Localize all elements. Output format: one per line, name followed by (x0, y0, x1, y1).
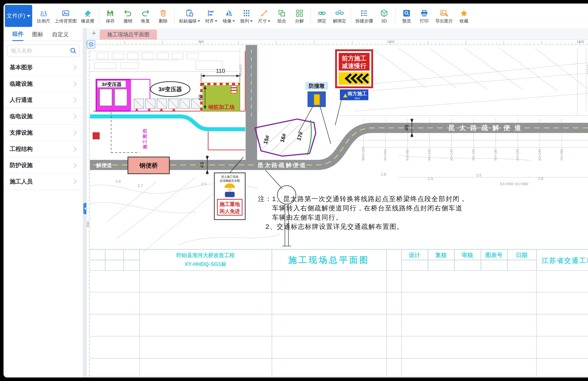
chevron-right-icon (72, 114, 77, 119)
target-icon (88, 41, 94, 48)
svg-text:K0+060: K0+060 (383, 149, 387, 161)
toolbar-print-button[interactable]: 打印 (416, 4, 433, 28)
svg-text:2.9: 2.9 (428, 176, 433, 181)
toolbar-paste-offset-button[interactable]: 粘贴偏移 (177, 4, 203, 28)
tab-custom[interactable]: 自定义 (52, 28, 69, 41)
mirror-icon (225, 9, 233, 17)
toolbar-separator (311, 8, 311, 23)
document-tabbar: + 施工现场总平面图 » (86, 28, 588, 40)
svg-text:49: 49 (404, 125, 410, 131)
steel-bridge[interactable]: 钢便桥 (128, 157, 169, 174)
svg-text:2、交通标志标牌设置详见交通疏解布置图。: 2、交通标志标牌设置详见交通疏解布置图。 (266, 223, 404, 230)
toolbar-favorite-button[interactable]: 收藏 (455, 4, 473, 28)
delete-icon (159, 9, 168, 17)
cyan-enclosure-line[interactable] (90, 116, 245, 129)
toolbar-align-button[interactable]: 对齐 (202, 4, 220, 28)
svg-text:K0+160: K0+160 (472, 149, 475, 161)
toolbar-steps-button[interactable]: 拆建步骤 (353, 4, 375, 28)
file-menu-button[interactable]: 文件(F) (5, 5, 32, 27)
toolbar-save-button[interactable]: 保存 (102, 4, 119, 28)
toolbar-array-button[interactable]: 散列 (238, 4, 255, 28)
tab-icons[interactable]: 图标 (32, 28, 43, 41)
vertical-ruler: 500 (86, 45, 90, 378)
worker-sign-red2: 闲人免进 (220, 208, 240, 214)
component-search (7, 44, 79, 57)
worker-sign-top2: 必须佩戴安全帽 (220, 179, 240, 182)
worker-sign-top1: 进入施工现场 (221, 175, 238, 178)
canvas-drawing[interactable]: BK0+020 K0+060 K0+080 K0+100 K0+140 K0+1… (90, 45, 588, 378)
sidebar-item-temporary-facilities[interactable]: 临建设施 (3, 76, 83, 92)
dimension-49-right: 49 (404, 118, 414, 138)
construction-warning-sign[interactable]: 前方施工 减速慢行 南方施工 1km (335, 50, 372, 125)
chevron-right-icon (72, 163, 77, 168)
sidebar-item-support-facilities[interactable]: 支撑设施 (3, 125, 83, 141)
sidebar-item-protective-facilities[interactable]: 防护设施 (3, 157, 83, 174)
svg-text:BK0+020: BK0+020 (361, 147, 365, 161)
road-label-right: 昆太路疏解便道 (448, 124, 525, 131)
svg-text:2.5: 2.5 (476, 173, 482, 177)
pier-polygon[interactable]: 15# 16# 17# (255, 119, 316, 156)
header-review: 复核 (435, 252, 447, 258)
svg-text:K0+920: K0+920 (239, 64, 242, 76)
toolbar-export-image-button[interactable]: 导出图片 (433, 4, 455, 28)
scale-icon: 1:1 (39, 9, 48, 17)
rebar-yard[interactable]: 钢筋加工场 (201, 83, 240, 111)
cube-3d-icon (380, 9, 389, 17)
svg-text:2.5: 2.5 (201, 182, 206, 186)
tab-components[interactable]: 组件 (12, 28, 23, 41)
search-input[interactable] (7, 47, 67, 54)
screen: 文件(F) 1:1 比例尺 上传背景图 橡皮擦 保存 撤销 恢复 (0, 0, 588, 381)
chevron-right-icon (72, 65, 77, 70)
drawing-viewport[interactable]: BK0+020 K0+060 K0+080 K0+100 K0+140 K0+1… (90, 45, 588, 378)
warning-line1: 前方施工 (342, 55, 366, 62)
toolbar-explode-button[interactable]: 分解 (291, 4, 308, 28)
company-name: 江苏省交通工程 (542, 257, 588, 264)
undo-icon (124, 9, 132, 17)
tab-site-plan[interactable]: 施工现场总平面图 (100, 29, 157, 40)
toolbar-3d-button[interactable]: 3D (375, 4, 393, 28)
favorite-icon (460, 9, 468, 17)
toolbar-unbind-button[interactable]: 解绑定 (331, 4, 348, 28)
red-marker[interactable] (93, 132, 100, 139)
warning-line2: 减速慢行 (342, 62, 366, 69)
sidebar-item-pedestrian-passage[interactable]: 人行通道 (3, 92, 83, 108)
dropdown-caret-icon (268, 20, 270, 22)
toolbar-upload-background-button[interactable]: 上传背景图 (52, 4, 79, 28)
anti-collision-label: 防撞墩 (309, 83, 325, 89)
toolbar-preview-button[interactable]: 预览 (398, 4, 416, 28)
sidebar-item-engineering-structure[interactable]: 工程结构 (3, 141, 83, 157)
header-sheet-no: 图表号 (485, 252, 503, 258)
sidebar-item-construction-workers[interactable]: 施工人员 (3, 174, 83, 190)
toolbar-delete-button[interactable]: 删除 (154, 4, 172, 28)
toolbar-scale-button[interactable]: 1:1 比例尺 (35, 4, 52, 28)
unbind-icon (335, 9, 344, 17)
dimension-icon (260, 9, 269, 17)
new-tab-button[interactable]: + (90, 29, 98, 38)
blue-sign-sub: 1km (355, 97, 360, 100)
svg-text:10550: 10550 (587, 64, 588, 75)
header-design: 设计 (409, 252, 420, 258)
collapse-left-icon (84, 207, 86, 210)
toolbar-bind-button[interactable]: 绑定 (313, 4, 331, 28)
toolbar-redo-button[interactable]: 恢复 (137, 4, 154, 28)
toolbar-group-button[interactable]: 组合 (273, 4, 291, 28)
steps-icon (360, 9, 369, 17)
save-icon (106, 9, 115, 17)
transformer-ellipse[interactable]: 3#变压器 (150, 82, 190, 97)
transformer-ellipse-label: 3#变压器 (158, 86, 182, 92)
bottom-table-lines (90, 270, 588, 377)
toolbar-dimension-button[interactable]: 尺寸 (255, 4, 273, 28)
sidebar-item-basic-shapes[interactable]: 基本图形 (3, 60, 83, 76)
svg-text:1:1: 1:1 (41, 10, 47, 15)
pier-15-label: 15# (262, 134, 271, 145)
search-icon[interactable] (67, 47, 79, 54)
toolbar-mirror-button[interactable]: 镜像 (220, 4, 238, 28)
toolbar-eraser-button[interactable]: 橡皮擦 (79, 4, 97, 28)
origin-target-button[interactable] (87, 40, 95, 48)
svg-text:车辆转入右侧疏解便道同行，在桥台至线路终点封闭右侧车道: 车辆转入右侧疏解便道同行，在桥台至线路终点封闭右侧车道 (272, 204, 463, 212)
toolbar-undo-button[interactable]: 撤销 (119, 4, 137, 28)
sidebar-item-temporary-power[interactable]: 临电设施 (3, 108, 83, 125)
road-label-left: 解便道 (96, 162, 112, 168)
blue-sign-label: 南方施工 (348, 91, 367, 96)
toolbar-separator (174, 8, 175, 23)
